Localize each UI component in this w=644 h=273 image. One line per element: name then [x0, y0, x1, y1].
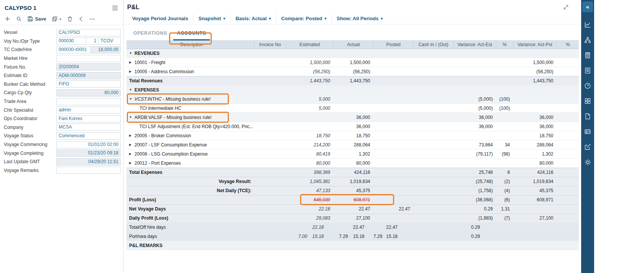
field-input-company[interactable]: MCSA [56, 124, 121, 131]
row-vcst-inthc-missing-business-rule[interactable]: ▼VCST:INTHC - Missing business rule!5,00… [126, 95, 579, 104]
row-net-voyage-days: Net Voyage Days22.1822.4722.470.291.31 [126, 204, 579, 214]
row-profit-loss: Profit (Loss)645,039608,971(36,068)(6)60… [126, 195, 579, 204]
field-input-market-hire[interactable] [56, 55, 121, 62]
expand-arrow-icon[interactable]: ▶ [129, 161, 133, 165]
field-input-fixture-no[interactable]: 20200004 [56, 63, 121, 71]
cell-inv [254, 140, 286, 149]
cell-vap [513, 49, 557, 58]
cell-pae [496, 67, 513, 76]
field-input-voy-no-opr-type-3[interactable]: TCOV [98, 37, 121, 45]
popout-button[interactable] [561, 4, 571, 11]
expand-arrow-icon[interactable]: ▶ [129, 152, 133, 156]
row-10001-freight[interactable]: ▶10001 - Freight1,500,0001,500,0001,500,… [126, 58, 579, 67]
cell-act: 36,000 [334, 122, 374, 131]
field-input-voyage-completing[interactable]: 01/23/20 09:18 [56, 149, 121, 157]
cell-act: 18,750 [334, 131, 374, 140]
collapse-arrow-icon[interactable]: ▼ [129, 116, 133, 119]
field-input-voyage-status[interactable]: Commenced [56, 132, 121, 140]
toolbar-compare-posted[interactable]: Compare: Posted▾ [276, 14, 332, 22]
toolbar-basis-actual[interactable]: Basis: Actual▾ [230, 14, 276, 22]
field-input-bunker-calc-method[interactable]: FIFO [56, 80, 121, 88]
delete-button[interactable] [66, 15, 74, 22]
col-header-post: Posted [374, 41, 414, 48]
field-input-voyage-commencing[interactable]: 01/01/20 02:00 [56, 141, 121, 148]
row-label: 20012 - Port Expenses [134, 161, 181, 166]
cell-pae [496, 223, 513, 231]
field-input-voy-no-opr-type-1[interactable]: 000030 [56, 37, 86, 45]
toolbar-voyage-period-journals[interactable]: Voyage Period Journals [127, 14, 193, 22]
field-input-chtr-specialist[interactable]: admin [56, 106, 121, 114]
collapse-arrow-icon[interactable]: ▼ [129, 51, 133, 55]
cell-act: 7.29 15.18 [334, 232, 374, 241]
tab-operations[interactable]: OPERATIONS [129, 28, 171, 40]
cell-vae [454, 131, 496, 140]
sidebar-gauge-button[interactable] [583, 81, 593, 91]
row-10005-address-commission[interactable]: ▶10005 - Address Commission(56,250)(56,2… [126, 67, 579, 76]
sidebar-compose-note-button[interactable] [583, 142, 593, 152]
field-input-voy-no-opr-type-2[interactable]: 1 [86, 37, 99, 45]
sidebar-journals-list-button[interactable] [583, 66, 593, 75]
row-p-l-remarks: P&L REMARKS [126, 241, 579, 250]
row-20008-lsg-consumption-expense[interactable]: ▶20008 - LSG Consumption Expense80,4191,… [126, 149, 579, 159]
toolbar-show-all-periods[interactable]: Show: All Periods▾ [332, 14, 388, 22]
field-label-voyage-completing: Voyage Completing [4, 151, 56, 156]
field-cells: MCSA [56, 124, 121, 131]
field-input-voyage-remarks[interactable] [56, 167, 121, 174]
field-cells: 04/29/20 11:51 [56, 158, 121, 165]
cell-act: 1,019,634 [334, 177, 374, 186]
row-20012-port-expenses[interactable]: ▶20012 - Port Expenses80,00080,00080,000 [126, 159, 579, 168]
sidebar-modules-grid-button[interactable] [583, 96, 593, 106]
cell-pap [557, 168, 579, 177]
expand-arrow-icon[interactable]: ▶ [129, 134, 133, 137]
field-input-last-update-gmt[interactable]: 04/29/20 11:51 [56, 158, 121, 165]
collapse-arrow-icon[interactable]: ▼ [129, 97, 133, 101]
field-label-tc-code-hire: TC Code/Hire [4, 47, 56, 52]
row-ardb-valsf-missing-business-rule[interactable]: ▼ARDB:VALSF - Missing business rule!36,0… [126, 113, 579, 122]
sidebar-document-button[interactable] [583, 111, 593, 121]
field-input-trade-area[interactable] [56, 98, 121, 105]
sidebar-pnl-chart-button[interactable] [583, 20, 593, 30]
cell-inv [254, 95, 286, 103]
cell-vae: 0.29 [454, 232, 496, 241]
search-button[interactable] [15, 15, 22, 22]
field-input-estimate-id[interactable]: ADM-000009 [56, 72, 121, 79]
field-input-tc-code-hire-1[interactable]: 000030-I0001 [56, 46, 91, 53]
hierarchy-icon [584, 37, 591, 43]
sidebar-hierarchy-button[interactable] [583, 35, 593, 45]
cell-post [374, 241, 414, 250]
cell-vae: (79,117) [454, 149, 496, 158]
row-20007-lsf-consumption-expense[interactable]: ▶20007 - LSF Consumption Expense214,2002… [126, 140, 579, 149]
tab-accounts[interactable]: ACCOUNTS [173, 28, 210, 40]
expand-arrow-icon[interactable]: ▶ [129, 143, 133, 146]
save-button[interactable]: Save [27, 15, 47, 22]
field-input-ops-coordinator[interactable]: Fani Korres [56, 115, 121, 122]
gauge-icon [584, 82, 591, 89]
cell-post [374, 177, 414, 186]
sidebar-settings-gear-button[interactable] [583, 157, 593, 167]
collapse-arrow-icon[interactable]: ▼ [129, 88, 133, 92]
field-input-cargo-cp-qty[interactable]: 60,000 [56, 89, 121, 96]
cell-post [374, 131, 414, 140]
sidebar-calculator-button[interactable] [583, 50, 593, 60]
ellipsis-icon [89, 18, 95, 20]
toolbar-snapshot[interactable]: Snapshot▾ [193, 14, 230, 22]
field-input-tc-code-hire-2[interactable]: 18,000.00 [90, 46, 121, 53]
expand-arrow-icon[interactable]: ▶ [129, 61, 133, 64]
sidebar-contact-card-button[interactable] [583, 127, 593, 136]
more-button[interactable] [88, 17, 96, 21]
row-20005-broker-commission[interactable]: ▶20005 - Broker Commission18,75018,75018… [126, 131, 579, 140]
field-label-vessel: Vessel [4, 30, 56, 35]
row-tci-intermediate-hc[interactable]: TCI Intermediate HC5,000(5,000)(100) [126, 104, 579, 113]
menu-button[interactable] [111, 5, 119, 11]
cell-cash [414, 205, 454, 213]
copy-button[interactable]: ▾ [51, 15, 62, 22]
add-button[interactable] [4, 15, 11, 22]
back-button[interactable] [78, 15, 84, 22]
field-input-vessel[interactable]: CALYPSO [56, 29, 121, 36]
sidebar-collapse-panel-button[interactable]: « [582, 2, 593, 12]
cell-vap [513, 205, 557, 213]
row-tci-lsf-adjustment-est-end-rob-qty-420-000-pric[interactable]: TCI LSF Adjustment (Est. End ROB Qty=420… [126, 122, 579, 131]
expand-arrow-icon[interactable]: ▶ [129, 70, 133, 73]
row-label: REVENUES [134, 51, 160, 56]
field-label-company: Company [4, 125, 56, 130]
